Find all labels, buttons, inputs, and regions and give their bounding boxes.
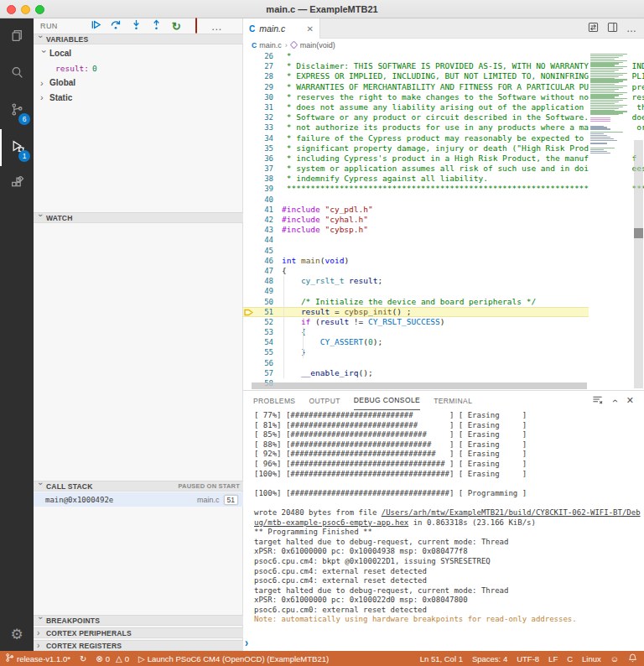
code-line[interactable]: 41#include "cy_pdl.h" xyxy=(243,205,644,215)
breadcrumb-symbol[interactable]: main(void) xyxy=(300,41,335,49)
cortex-peripherals-label: CORTEX PERIPHERALS xyxy=(46,629,132,637)
split-editor-icon[interactable] xyxy=(607,21,618,36)
variable-row-result[interactable]: result:0 xyxy=(34,61,243,75)
continue-button[interactable] xyxy=(90,20,102,33)
minimap[interactable] xyxy=(589,51,632,390)
gutter-glyph xyxy=(243,358,255,368)
statusbar-debug-launch[interactable]: ▷Launch PSoC6 CM4 (OpenOCD) (ExampleMTB2… xyxy=(138,654,329,663)
code-line[interactable]: 56 xyxy=(243,358,644,368)
statusbar-indentation[interactable]: Spaces: 4 xyxy=(472,654,507,663)
breadcrumb-file[interactable]: main.c xyxy=(259,41,282,49)
statusbar-feedback[interactable]: ☺ xyxy=(610,654,619,663)
close-panel-icon[interactable]: ✕ xyxy=(626,395,634,406)
code-line[interactable]: 26 * xyxy=(243,51,644,61)
activity-item-explorer[interactable] xyxy=(0,18,34,55)
chevron-down-icon: › xyxy=(36,617,45,624)
step-out-button[interactable] xyxy=(150,20,163,33)
variables-section-header[interactable]: › VARIABLES xyxy=(34,34,243,44)
cortex-registers-section-header[interactable]: › CORTEX REGISTERS xyxy=(34,640,243,651)
code-editor[interactable]: 26 *27 * Disclaimer: THIS SOFTWARE IS PR… xyxy=(243,51,644,390)
code-line[interactable]: 47{ xyxy=(243,266,644,276)
code-line[interactable]: 48 cy_rslt_t result; xyxy=(243,276,644,286)
panel-tab-terminal[interactable]: TERMINAL xyxy=(434,391,472,410)
horizontal-scrollbar[interactable] xyxy=(243,382,589,389)
code-line[interactable]: 45 xyxy=(243,246,644,256)
stop-button[interactable] xyxy=(190,20,203,33)
line-text: { xyxy=(273,327,306,337)
statusbar-cursor-position[interactable]: Ln 51, Col 1 xyxy=(420,654,463,663)
panel-tab-problems[interactable]: PROBLEMS xyxy=(253,391,295,410)
code-line[interactable]: 42#include "cyhal.h" xyxy=(243,215,644,225)
manage-button[interactable]: ⚙ xyxy=(0,619,34,649)
code-line[interactable]: 44 xyxy=(243,235,644,245)
open-changes-icon[interactable] xyxy=(588,21,599,36)
more-button[interactable]: … xyxy=(210,20,223,33)
statusbar-sync[interactable]: ↻ xyxy=(80,654,86,663)
maximize-panel-icon[interactable]: › xyxy=(609,399,621,403)
tab-close-icon[interactable]: ✕ xyxy=(307,24,314,34)
panel-tab-debug-console[interactable]: DEBUG CONSOLE xyxy=(354,391,420,410)
code-line[interactable]: 31 * does not assume any liability arisi… xyxy=(243,102,644,112)
variables-section-label: VARIABLES xyxy=(46,35,88,44)
activity-item-search[interactable] xyxy=(0,55,34,92)
line-text: result = cybsp_init() ; xyxy=(273,307,411,317)
breakpoints-section-header[interactable]: › BREAKPOINTS xyxy=(34,615,243,626)
line-number: 28 xyxy=(255,71,273,81)
step-into-button[interactable] xyxy=(130,20,143,33)
call-stack-frame[interactable]: main@0x1000492e main.c 51 xyxy=(34,492,243,507)
code-line[interactable]: 33 * not authorize its products for use … xyxy=(243,122,644,133)
statusbar-branch[interactable]: release-v1.1.0* xyxy=(5,653,70,664)
statusbar-remote-os[interactable]: Linux xyxy=(582,654,601,663)
code-line[interactable]: 37 * system or application assumes all r… xyxy=(243,164,644,174)
code-line[interactable]: 43#include "cybsp.h" xyxy=(243,225,644,235)
vertical-scrollbar[interactable] xyxy=(633,51,644,390)
title-bar: main.c — ExampleMTB21 xyxy=(0,0,644,18)
activity-item-extensions[interactable] xyxy=(0,166,34,203)
watch-section-header[interactable]: › WATCH xyxy=(34,212,243,223)
variables-group-local[interactable]: ›Local xyxy=(34,46,243,60)
code-line[interactable]: 34 * failure of the Cypress product may … xyxy=(243,133,644,143)
code-line[interactable]: 28 * EXPRESS OR IMPLIED, INCLUDING, BUT … xyxy=(243,71,644,81)
code-line[interactable]: 46int main(void) xyxy=(243,256,644,266)
statusbar-eol[interactable]: LF xyxy=(548,654,558,663)
restart-button[interactable]: ↻ xyxy=(170,20,183,33)
more-actions-icon[interactable]: … xyxy=(626,26,636,31)
code-line[interactable]: 40 xyxy=(243,195,644,205)
window-maximize-button[interactable] xyxy=(35,5,44,14)
code-line[interactable]: 35 * significant property damage, injury… xyxy=(243,143,644,153)
statusbar-notifications[interactable] xyxy=(628,653,637,664)
code-line[interactable]: 50 /* Initialize the device and board pe… xyxy=(243,297,644,307)
code-line[interactable]: 36 * including Cypress's product in a Hi… xyxy=(243,153,644,164)
code-line[interactable]: 30 * reserves the right to make changes … xyxy=(243,92,644,102)
window-minimize-button[interactable] xyxy=(21,5,30,14)
code-line[interactable]: 38 * indemnify Cypress against all liabi… xyxy=(243,174,644,184)
code-line[interactable]: 49 xyxy=(243,286,644,296)
code-line[interactable]: 39 *************************************… xyxy=(243,184,644,194)
code-line[interactable]: 52 if (result != CY_RSLT_SUCCESS) xyxy=(243,317,644,327)
activity-item-source-control[interactable]: 6 xyxy=(0,92,34,129)
window-close-button[interactable] xyxy=(7,5,16,14)
files-icon xyxy=(10,29,24,46)
variables-group-global[interactable]: ›Global xyxy=(34,75,243,90)
gutter-glyph xyxy=(243,286,255,296)
statusbar-language[interactable]: C xyxy=(567,654,573,663)
gutter-glyph xyxy=(243,92,255,102)
variables-group-static[interactable]: ›Static xyxy=(34,91,243,105)
code-line-current[interactable]: 51 result = cybsp_init() ; xyxy=(243,307,589,317)
code-line[interactable]: 27 * Disclaimer: THIS SOFTWARE IS PROVID… xyxy=(243,61,644,71)
call-stack-section-header[interactable]: › CALL STACK PAUSED ON START xyxy=(34,481,243,492)
activity-item-run-and-debug[interactable]: 1 xyxy=(0,129,34,166)
statusbar-encoding[interactable]: UTF-8 xyxy=(517,654,539,663)
code-line[interactable]: 29 * WARRANTIES OF MERCHANTABILITY AND F… xyxy=(243,82,644,92)
code-line[interactable]: 57 __enable_irq(); xyxy=(243,368,644,378)
cortex-peripherals-section-header[interactable]: › CORTEX PERIPHERALS xyxy=(34,627,243,638)
code-line[interactable]: 32 * Software or any product or circuit … xyxy=(243,112,644,122)
line-number: 35 xyxy=(255,143,273,153)
statusbar-problems[interactable]: ⊗0△0 xyxy=(96,654,129,663)
clear-console-icon[interactable] xyxy=(592,393,603,408)
tab-main-c[interactable]: C main.c ✕ xyxy=(243,18,320,39)
step-over-button[interactable] xyxy=(110,20,122,33)
line-number: 42 xyxy=(255,215,273,225)
panel-tab-output[interactable]: OUTPUT xyxy=(309,391,340,410)
debug-console-input[interactable]: › xyxy=(243,637,644,648)
